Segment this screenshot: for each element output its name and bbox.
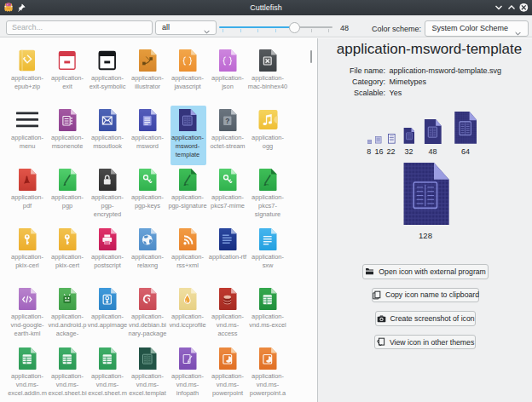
svg-text:?: ?: [225, 116, 229, 124]
